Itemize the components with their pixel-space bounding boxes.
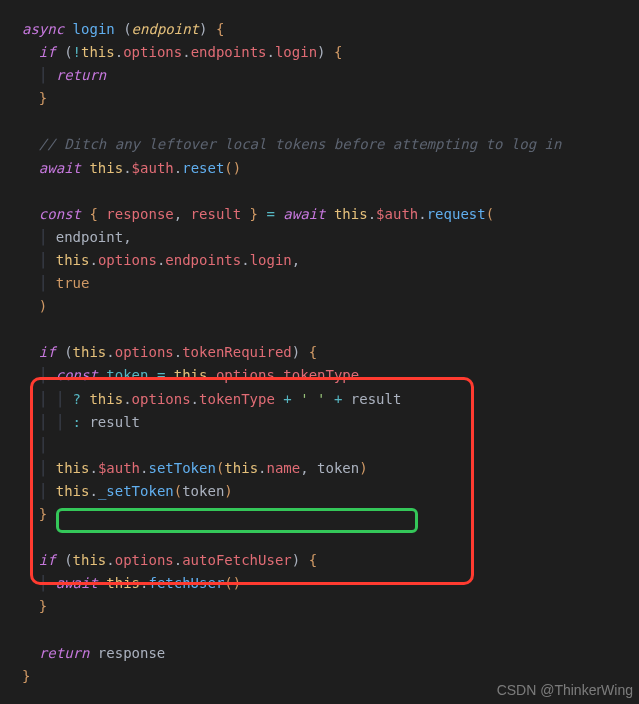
comment: // Ditch any leftover local tokens befor… <box>39 136 562 152</box>
code-block: async login (endpoint) { if (!this.optio… <box>22 18 639 688</box>
kw-async: async <box>22 21 64 37</box>
watermark: CSDN @ThinkerWing <box>497 679 633 702</box>
fn-login: login <box>73 21 115 37</box>
